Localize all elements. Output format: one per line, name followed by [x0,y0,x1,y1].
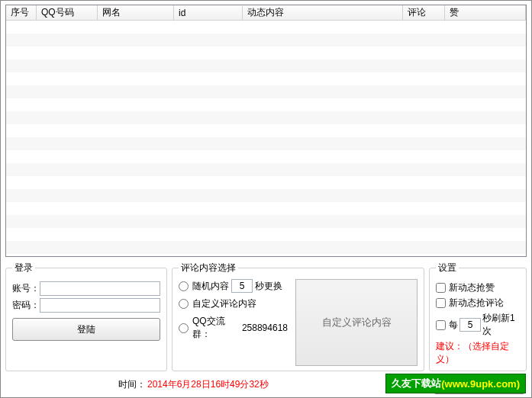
custom-comment-button[interactable]: 自定义评论内容 [295,279,418,366]
refresh-seconds-input[interactable] [459,318,481,332]
settings-legend: 设置 [436,262,459,274]
login-legend: 登录 [12,262,35,274]
radio-custom-label: 自定义评论内容 [192,297,256,310]
watermark-site: 久友下载站 [392,377,441,390]
chk-new-like-label: 新动态抢赞 [449,281,495,294]
chk-new-comment-label: 新动态抢评论 [449,297,504,310]
table-header: 序号 QQ号码 网名 id 动态内容 评论 赞 [6,5,526,21]
time-label: 时间： [118,378,146,391]
chk-new-comment[interactable] [436,298,446,308]
col-id[interactable]: id [174,6,243,20]
account-label: 账号： [12,282,40,295]
account-input[interactable] [40,281,160,296]
col-comment[interactable]: 评论 [403,5,445,21]
col-index[interactable]: 序号 [6,5,37,21]
password-label: 密码： [12,299,40,312]
radio-custom[interactable] [179,299,189,309]
data-table[interactable]: 序号 QQ号码 网名 id 动态内容 评论 赞 [5,5,527,257]
random-seconds-input[interactable] [231,279,253,293]
watermark-url: (www.9upk.com) [441,378,520,390]
random-suffix: 秒更换 [255,280,282,293]
qqgroup-number: 258894618 [242,323,288,333]
comment-legend: 评论内容选择 [179,262,238,274]
comment-group: 评论内容选择 随机内容 秒更换 自定义评论内容 QQ交流群： 258894618 [172,262,424,371]
time-display: 时间： 2014年6月28日16时49分32秒 [118,378,269,391]
radio-qqgroup[interactable] [179,323,189,333]
radio-qqgroup-label: QQ交流群： [192,315,240,341]
chk-new-like[interactable] [436,283,446,293]
suggest-label: 建议： [436,341,463,351]
chk-every-suffix: 秒刷新1次 [482,312,520,338]
settings-group: 设置 新动态抢赞 新动态抢评论 每 秒刷新1次 建议：（选择自定义） [429,262,527,371]
chk-refresh[interactable] [436,320,446,330]
login-button[interactable]: 登陆 [12,318,160,341]
col-qq[interactable]: QQ号码 [37,5,98,21]
password-input[interactable] [40,298,160,313]
watermark: 久友下载站 (www.9upk.com) [385,374,526,393]
col-like[interactable]: 赞 [445,5,526,21]
table-body[interactable] [6,21,526,256]
radio-random[interactable] [179,281,189,291]
time-value: 2014年6月28日16时49分32秒 [147,378,269,391]
chk-every-prefix: 每 [449,319,458,332]
col-content[interactable]: 动态内容 [243,5,403,21]
login-group: 登录 账号： 密码： 登陆 [5,262,167,371]
radio-random-label: 随机内容 [192,280,229,293]
col-nickname[interactable]: 网名 [98,5,174,21]
